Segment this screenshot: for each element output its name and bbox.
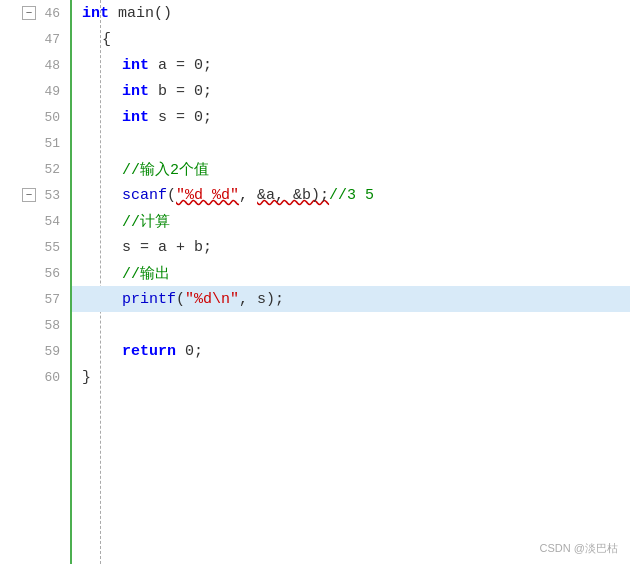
token-plain: } <box>82 369 91 386</box>
code-line: int main() <box>72 0 630 26</box>
token-plain: , <box>239 187 257 204</box>
token-plain: b = 0; <box>149 83 212 100</box>
line-number: 48 <box>38 58 60 73</box>
code-line: //计算 <box>72 208 630 234</box>
token-plain: { <box>102 31 111 48</box>
code-line: return 0; <box>72 338 630 364</box>
code-lines: int main(){int a = 0;int b = 0;int s = 0… <box>72 0 630 564</box>
token-plain: &a, &b); <box>257 187 329 204</box>
line-number: 59 <box>38 344 60 359</box>
gutter-row: 57 <box>0 286 64 312</box>
line-number: 47 <box>38 32 60 47</box>
token-kw: int <box>122 57 149 74</box>
code-line: //输出 <box>72 260 630 286</box>
code-line: printf("%d\n", s); <box>72 286 630 312</box>
token-kw: int <box>122 109 149 126</box>
code-line: } <box>72 364 630 390</box>
gutter-row: 52 <box>0 156 64 182</box>
token-plain: s = a + b; <box>122 239 212 256</box>
token-plain: , s); <box>239 291 284 308</box>
token-plain: a = 0; <box>149 57 212 74</box>
token-str: "%d\n" <box>185 291 239 308</box>
token-str: "%d %d" <box>176 187 239 204</box>
gutter-row: 55 <box>0 234 64 260</box>
code-area: −46474849505152−5354555657585960 int mai… <box>0 0 630 564</box>
line-number: 50 <box>38 110 60 125</box>
line-gutter: −46474849505152−5354555657585960 <box>0 0 72 564</box>
code-line: { <box>72 26 630 52</box>
code-line: int b = 0; <box>72 78 630 104</box>
token-kw: return <box>122 343 176 360</box>
gutter-row: 60 <box>0 364 64 390</box>
gutter-row: −53 <box>0 182 64 208</box>
gutter-row: 50 <box>0 104 64 130</box>
code-line: scanf("%d %d", &a, &b);//3 5 <box>72 182 630 208</box>
collapse-icon[interactable]: − <box>22 6 36 20</box>
gutter-row: 47 <box>0 26 64 52</box>
line-content <box>82 317 91 334</box>
code-line: int s = 0; <box>72 104 630 130</box>
gutter-row: 59 <box>0 338 64 364</box>
line-content: int main() <box>82 5 172 22</box>
code-line: //输入2个值 <box>72 156 630 182</box>
line-content: scanf("%d %d", &a, &b);//3 5 <box>122 187 374 204</box>
gutter-row: 56 <box>0 260 64 286</box>
code-line <box>72 312 630 338</box>
line-number: 58 <box>38 318 60 333</box>
token-fn: scanf <box>122 187 167 204</box>
token-plain: ( <box>167 187 176 204</box>
token-plain: ( <box>176 291 185 308</box>
gutter-row: 54 <box>0 208 64 234</box>
token-comment: //计算 <box>122 214 170 231</box>
line-content: int s = 0; <box>122 109 212 126</box>
code-line: s = a + b; <box>72 234 630 260</box>
code-line <box>72 130 630 156</box>
line-number: 53 <box>38 188 60 203</box>
token-plain: 0; <box>176 343 203 360</box>
gutter-row: −46 <box>0 0 64 26</box>
line-content: //计算 <box>122 212 170 231</box>
code-line: int a = 0; <box>72 52 630 78</box>
token-kw: int <box>82 5 109 22</box>
line-content: s = a + b; <box>122 239 212 256</box>
line-number: 54 <box>38 214 60 229</box>
token-plain: main() <box>109 5 172 22</box>
token-comment: //输入2个值 <box>122 162 209 179</box>
line-number: 52 <box>38 162 60 177</box>
token-comment: //输出 <box>122 266 170 283</box>
token-fn: printf <box>122 291 176 308</box>
gutter-row: 51 <box>0 130 64 156</box>
line-content: //输入2个值 <box>122 160 209 179</box>
line-content: int a = 0; <box>122 57 212 74</box>
line-number: 57 <box>38 292 60 307</box>
line-number: 51 <box>38 136 60 151</box>
line-content: return 0; <box>122 343 203 360</box>
watermark: CSDN @淡巴枯 <box>540 541 618 556</box>
line-number: 55 <box>38 240 60 255</box>
line-number: 60 <box>38 370 60 385</box>
gutter-row: 49 <box>0 78 64 104</box>
line-number: 49 <box>38 84 60 99</box>
token-comment: //3 5 <box>329 187 374 204</box>
line-content <box>82 135 91 152</box>
line-content: printf("%d\n", s); <box>122 291 284 308</box>
line-content: int b = 0; <box>122 83 212 100</box>
collapse-icon[interactable]: − <box>22 188 36 202</box>
line-content: } <box>82 369 91 386</box>
line-content: //输出 <box>122 264 170 283</box>
token-kw: int <box>122 83 149 100</box>
line-number: 56 <box>38 266 60 281</box>
gutter-row: 58 <box>0 312 64 338</box>
code-editor: −46474849505152−5354555657585960 int mai… <box>0 0 630 564</box>
gutter-row: 48 <box>0 52 64 78</box>
line-content: { <box>102 31 111 48</box>
line-number: 46 <box>38 6 60 21</box>
token-plain: s = 0; <box>149 109 212 126</box>
